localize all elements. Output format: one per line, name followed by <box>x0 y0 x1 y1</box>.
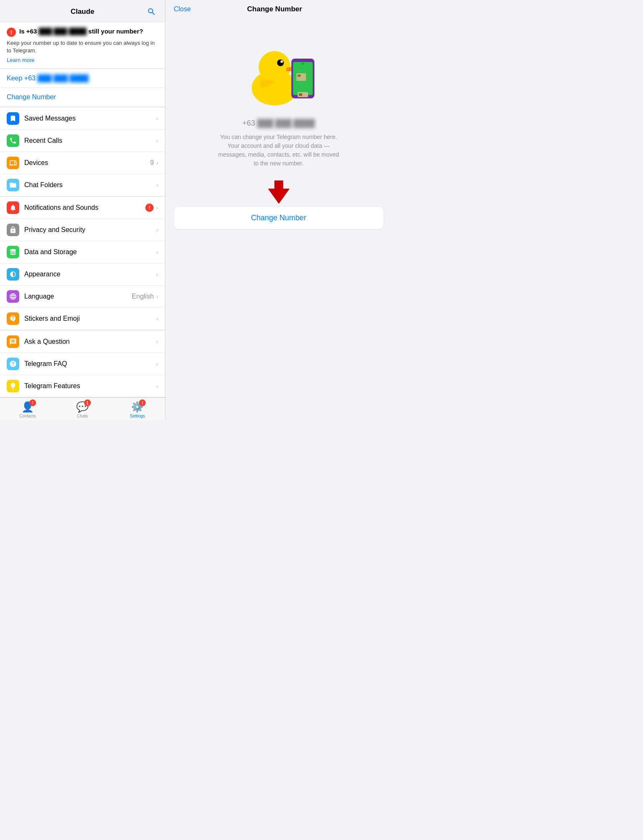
devices-chevron: › <box>156 160 158 166</box>
right-panel: Close Change Number <box>165 0 392 420</box>
svg-point-0 <box>10 249 16 251</box>
language-chevron: › <box>156 293 158 300</box>
number-actions: Keep +63 ███ ███ ████ Change Number <box>0 69 165 107</box>
svg-rect-8 <box>299 93 302 96</box>
alert-number-blurred: ███ ███ ████ <box>39 27 87 36</box>
stickers-icon <box>7 312 19 325</box>
menu-item-appearance[interactable]: Appearance › <box>0 263 165 286</box>
phone-number-display: +63 ███ ███ ████ <box>242 119 315 128</box>
menu-item-language[interactable]: Language English › <box>0 286 165 308</box>
menu-section-3: Ask a Question › Telegram FAQ › Telegram… <box>0 330 165 397</box>
left-panel: Claude ! Is +63 ███ ███ ████ still your … <box>0 0 165 420</box>
red-arrow <box>266 180 291 204</box>
menu-item-recent-calls[interactable]: Recent Calls › <box>0 130 165 152</box>
menu-section-2: Notifications and Sounds ! › Privacy and… <box>0 196 165 330</box>
settings-badge: ! <box>139 399 146 406</box>
contacts-icon-wrapper: 👤 ! <box>22 401 33 413</box>
menu-item-notifications[interactable]: Notifications and Sounds ! › <box>0 197 165 219</box>
menu-item-stickers[interactable]: Stickers and Emoji › <box>0 308 165 330</box>
change-number-button[interactable]: Change Number <box>174 207 383 229</box>
menu-item-data-storage[interactable]: Data and Storage › <box>0 241 165 263</box>
svg-point-2 <box>259 51 291 83</box>
right-header: Close Change Number <box>165 0 392 17</box>
menu-item-devices[interactable]: Devices 9 › <box>0 152 165 174</box>
chat-folders-icon <box>7 179 19 191</box>
alert-icon: ! <box>7 28 16 37</box>
privacy-label: Privacy and Security <box>24 226 156 234</box>
menu-item-saved-messages[interactable]: Saved Messages › <box>0 108 165 130</box>
svg-point-3 <box>277 59 284 66</box>
saved-messages-label: Saved Messages <box>24 115 156 122</box>
faq-icon <box>7 358 19 370</box>
menu-section-1: Saved Messages › Recent Calls › Devices … <box>0 107 165 196</box>
features-label: Telegram Features <box>24 382 156 390</box>
keep-number-action[interactable]: Keep +63 ███ ███ ████ <box>0 69 165 88</box>
svg-rect-11 <box>298 75 301 77</box>
change-number-action[interactable]: Change Number <box>0 88 165 106</box>
language-label: Language <box>24 293 132 300</box>
language-icon <box>7 290 19 303</box>
privacy-chevron: › <box>156 227 158 233</box>
data-storage-icon <box>7 246 19 258</box>
keep-number-blurred: ███ ███ ████ <box>37 75 88 82</box>
notifications-icon <box>7 201 19 214</box>
search-button[interactable] <box>145 5 158 18</box>
saved-messages-icon <box>7 112 19 125</box>
left-header: Claude <box>0 0 165 22</box>
appearance-label: Appearance <box>24 271 156 278</box>
alert-card: ! Is +63 ███ ███ ████ still your number?… <box>0 22 165 69</box>
menu-item-chat-folders[interactable]: Chat Folders › <box>0 174 165 196</box>
language-value: English <box>132 293 154 300</box>
tab-bar: 👤 ! Contacts 💬 1 Chats ⚙️ ! Settings <box>0 397 165 420</box>
red-arrow-svg <box>266 180 291 204</box>
right-content: +63 ███ ███ ████ You can change your Tel… <box>165 17 392 420</box>
ask-question-chevron: › <box>156 338 158 345</box>
alert-title: Is +63 ███ ███ ████ still your number? <box>19 27 143 36</box>
chats-badge: 1 <box>84 399 91 406</box>
notifications-badge: ! <box>145 204 154 212</box>
tab-contacts[interactable]: 👤 ! Contacts <box>0 401 55 418</box>
appearance-chevron: › <box>156 271 158 278</box>
devices-icon <box>7 157 19 169</box>
features-icon <box>7 380 19 392</box>
contacts-badge: ! <box>29 399 36 406</box>
menu-item-privacy[interactable]: Privacy and Security › <box>0 219 165 241</box>
right-panel-title: Change Number <box>247 5 302 13</box>
chat-folders-label: Chat Folders <box>24 181 156 189</box>
svg-point-4 <box>280 60 283 63</box>
tab-chats[interactable]: 💬 1 Chats <box>55 401 110 418</box>
recent-calls-label: Recent Calls <box>24 137 156 144</box>
ask-question-icon <box>7 335 19 348</box>
appearance-icon <box>7 268 19 281</box>
learn-more-link[interactable]: Learn more <box>7 57 158 63</box>
chat-folders-chevron: › <box>156 182 158 188</box>
duck-svg <box>237 33 321 109</box>
tab-settings[interactable]: ⚙️ ! Settings <box>110 401 165 418</box>
right-panel-number-blurred: ███ ███ ████ <box>257 119 315 128</box>
svg-point-9 <box>302 63 303 64</box>
saved-messages-chevron: › <box>156 115 158 122</box>
svg-marker-14 <box>268 180 289 204</box>
stickers-label: Stickers and Emoji <box>24 315 156 322</box>
settings-icon-wrapper: ⚙️ ! <box>131 401 143 413</box>
privacy-icon <box>7 224 19 236</box>
search-icon <box>147 7 156 16</box>
menu-item-faq[interactable]: Telegram FAQ › <box>0 353 165 375</box>
menu-item-ask-question[interactable]: Ask a Question › <box>0 331 165 353</box>
page-title: Claude <box>20 8 145 16</box>
chats-tab-label: Chats <box>77 414 88 418</box>
features-chevron: › <box>156 383 158 389</box>
stickers-chevron: › <box>156 315 158 322</box>
svg-rect-10 <box>296 73 306 81</box>
recent-calls-chevron: › <box>156 137 158 144</box>
data-storage-label: Data and Storage <box>24 248 156 256</box>
close-button[interactable]: Close <box>174 5 191 13</box>
alert-body: Keep your number up to date to ensure yo… <box>7 39 158 54</box>
recent-calls-icon <box>7 134 19 147</box>
notifications-chevron: › <box>156 204 158 211</box>
ask-question-label: Ask a Question <box>24 338 156 345</box>
notifications-label: Notifications and Sounds <box>24 204 145 211</box>
devices-value: 9 <box>150 159 154 167</box>
menu-item-features[interactable]: Telegram Features › <box>0 375 165 397</box>
contacts-tab-label: Contacts <box>19 414 36 418</box>
